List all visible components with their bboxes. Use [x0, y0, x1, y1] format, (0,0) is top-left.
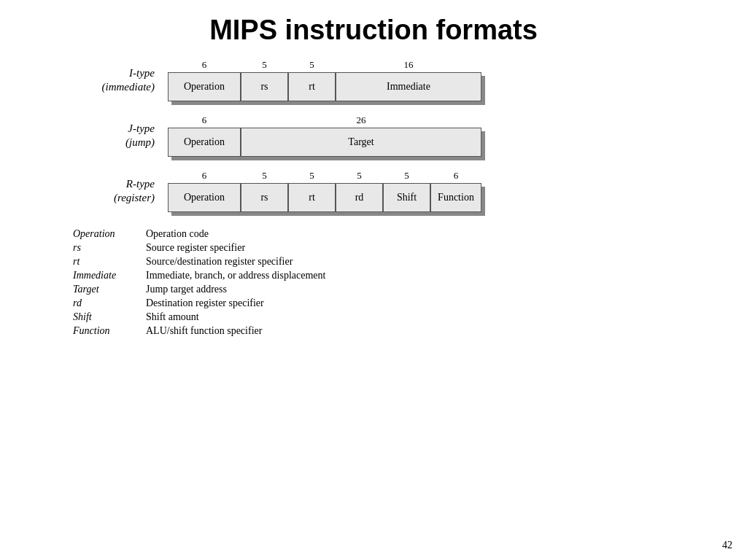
legend-def-rd: Destination register specifier [146, 298, 718, 309]
itype-rt: rt [288, 72, 336, 101]
legend-term-immediate: Immediate [73, 270, 146, 281]
jtype-diagram: 6 26 Operation Target [168, 114, 481, 157]
legend-term-shift: Shift [73, 311, 146, 323]
itype-bit-5b: 5 [288, 59, 336, 71]
itype-label-line2: (immediate) [102, 81, 155, 93]
rtype-bit-numbers: 6 5 5 5 5 6 [168, 170, 481, 182]
legend-def-target: Jump target address [146, 284, 718, 295]
rtype-diagram: 6 5 5 5 5 6 Operation rs rt rd Shift Fun… [168, 170, 481, 212]
rtype-operation: Operation [168, 183, 241, 212]
itype-rs: rs [241, 72, 288, 101]
legend-def-operation: Operation code [146, 228, 718, 240]
legend-def-shift: Shift amount [146, 311, 718, 323]
rtype-rt: rt [288, 183, 336, 212]
jtype-label-line2: (jump) [125, 136, 155, 148]
jtype-target: Target [241, 128, 481, 157]
legend-term-rs: rs [73, 242, 146, 254]
jtype-label-line1: J-type [128, 122, 155, 134]
page-number: 42 [722, 540, 732, 551]
itype-bit-16: 16 [336, 59, 481, 71]
itype-fields-wrapper: Operation rs rt Immediate [168, 72, 481, 101]
legend-def-rt: Source/destination register specifier [146, 256, 718, 268]
itype-label-line1: I-type [129, 67, 155, 79]
jtype-fields-wrapper: Operation Target [168, 128, 481, 157]
jtype-label: J-type (jump) [73, 122, 168, 150]
rtype-rd: rd [336, 183, 383, 212]
rtype-bit-5c: 5 [336, 170, 383, 182]
itype-bit-numbers: 6 5 5 16 [168, 59, 481, 71]
legend: Operation Operation code rs Source regis… [73, 228, 718, 337]
legend-def-rs: Source register specifier [146, 242, 718, 254]
jtype-operation: Operation [168, 128, 241, 157]
jtype-fields: Operation Target [168, 128, 481, 157]
itype-label: I-type (immediate) [73, 66, 168, 95]
rtype-function: Function [430, 183, 481, 212]
legend-def-function: ALU/shift function specifier [146, 325, 718, 337]
itype-bit-5a: 5 [241, 59, 288, 71]
itype-diagram: 6 5 5 16 Operation rs rt Immediate [168, 59, 481, 101]
rtype-bit-6b: 6 [430, 170, 481, 182]
legend-term-operation: Operation [73, 228, 146, 240]
legend-term-rd: rd [73, 298, 146, 309]
itype-row: I-type (immediate) 6 5 5 16 Operation rs… [73, 59, 718, 101]
page-title: MIPS instruction formats [29, 15, 718, 46]
formats-container: I-type (immediate) 6 5 5 16 Operation rs… [73, 59, 718, 212]
rtype-fields: Operation rs rt rd Shift Function [168, 183, 481, 212]
rtype-shift: Shift [383, 183, 430, 212]
rtype-bit-5a: 5 [241, 170, 288, 182]
legend-term-rt: rt [73, 256, 146, 268]
itype-fields: Operation rs rt Immediate [168, 72, 481, 101]
rtype-bit-5b: 5 [288, 170, 336, 182]
legend-term-target: Target [73, 284, 146, 295]
itype-operation: Operation [168, 72, 241, 101]
itype-immediate: Immediate [336, 72, 481, 101]
page: MIPS instruction formats I-type (immedia… [0, 0, 747, 560]
jtype-bit-6: 6 [168, 114, 241, 126]
jtype-bit-numbers: 6 26 [168, 114, 481, 126]
rtype-label: R-type (register) [73, 177, 168, 206]
itype-bit-6: 6 [168, 59, 241, 71]
jtype-row: J-type (jump) 6 26 Operation Target [73, 114, 718, 157]
rtype-label-line2: (register) [114, 192, 155, 203]
legend-term-function: Function [73, 325, 146, 337]
rtype-rs: rs [241, 183, 288, 212]
legend-def-immediate: Immediate, branch, or address displaceme… [146, 270, 718, 281]
rtype-row: R-type (register) 6 5 5 5 5 6 Operation … [73, 170, 718, 212]
rtype-bit-6a: 6 [168, 170, 241, 182]
rtype-label-line1: R-type [126, 178, 155, 190]
rtype-fields-wrapper: Operation rs rt rd Shift Function [168, 183, 481, 212]
jtype-bit-26: 26 [241, 114, 481, 126]
rtype-bit-5d: 5 [383, 170, 430, 182]
